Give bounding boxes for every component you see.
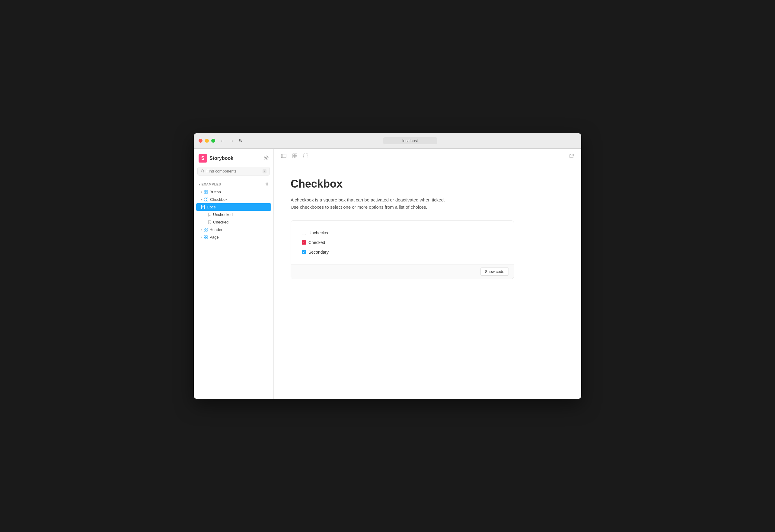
story-footer: Show code xyxy=(291,264,514,279)
svg-rect-27 xyxy=(295,156,297,158)
reload-button[interactable]: ↻ xyxy=(237,138,244,144)
storybook-logo-text: Storybook xyxy=(209,156,233,161)
svg-rect-14 xyxy=(204,228,205,230)
svg-rect-25 xyxy=(295,154,297,156)
browser-nav: ← → ↻ xyxy=(219,138,244,144)
grid-toggle-icon xyxy=(292,154,297,158)
checked-label: Checked xyxy=(213,220,228,224)
grid-icon xyxy=(204,190,208,194)
checkbox-grid-icon xyxy=(204,198,208,201)
section-chevron: ▾ xyxy=(198,183,200,186)
story-card: Unchecked ✓ Checked ✓ xyxy=(291,220,514,279)
page-title: Checkbox xyxy=(291,178,564,190)
svg-rect-18 xyxy=(204,236,205,237)
settings-button[interactable] xyxy=(264,155,268,161)
checkbox-unchecked[interactable] xyxy=(302,231,306,235)
header-grid-icon xyxy=(204,228,208,232)
unchecked-checkbox-label: Unchecked xyxy=(308,230,329,235)
main-content: Checkbox A checkbox is a square box that… xyxy=(274,163,581,399)
sidebar-item-header[interactable]: › Header xyxy=(194,226,273,233)
svg-rect-5 xyxy=(206,192,208,194)
story-preview: Unchecked ✓ Checked ✓ xyxy=(291,221,514,264)
button-label: Button xyxy=(209,190,221,194)
chevron-right-icon: › xyxy=(201,190,202,194)
sidebar-item-page[interactable]: › Page xyxy=(194,233,273,241)
svg-rect-20 xyxy=(204,238,205,239)
traffic-lights xyxy=(198,139,215,143)
checkmark-icon: ✓ xyxy=(303,241,305,244)
svg-rect-22 xyxy=(281,154,286,158)
story-bookmark-icon xyxy=(208,213,211,217)
url-bar xyxy=(244,137,577,144)
sidebar-item-docs[interactable]: Docs xyxy=(196,203,271,211)
back-button[interactable]: ← xyxy=(219,138,226,144)
right-panel: Checkbox A checkbox is a square box that… xyxy=(274,149,581,399)
gear-icon xyxy=(264,155,268,160)
svg-rect-9 xyxy=(207,200,208,201)
unchecked-label: Unchecked xyxy=(213,212,233,217)
header-chevron-icon: › xyxy=(201,228,202,231)
examples-section-label: ▾ EXAMPLES ⇅ xyxy=(194,180,273,188)
sidebar: S Storybook / xyxy=(194,149,274,399)
svg-point-0 xyxy=(265,157,267,159)
forward-button[interactable]: → xyxy=(228,138,235,144)
search-shortcut: / xyxy=(262,169,266,173)
checkbox-row-checked: ✓ Checked xyxy=(302,240,503,245)
sidebar-toggle-icon xyxy=(281,154,286,158)
svg-rect-2 xyxy=(204,190,205,192)
svg-rect-19 xyxy=(206,236,208,237)
docs-label: Docs xyxy=(207,205,216,209)
search-input[interactable] xyxy=(206,169,261,173)
checkmark-2-icon: ✓ xyxy=(303,251,305,254)
chevron-down-icon: ▾ xyxy=(201,198,202,201)
svg-rect-26 xyxy=(293,156,294,158)
sidebar-item-unchecked[interactable]: Unchecked xyxy=(194,211,273,218)
page-grid-icon xyxy=(204,235,208,239)
app-body: S Storybook / xyxy=(194,149,581,399)
sidebar-toggle-button[interactable] xyxy=(278,152,289,160)
logo-area: S Storybook xyxy=(198,154,233,163)
show-code-button[interactable]: Show code xyxy=(481,268,509,276)
docs-icon xyxy=(201,205,205,209)
story-bookmark-2-icon xyxy=(208,220,211,224)
outline-icon xyxy=(303,154,308,158)
sort-icon: ⇅ xyxy=(265,182,268,186)
minimize-button[interactable] xyxy=(205,139,209,143)
page-description: A checkbox is a square box that can be a… xyxy=(291,196,564,211)
toolbar xyxy=(274,149,581,163)
sidebar-item-checkbox[interactable]: ▾ Checkbox xyxy=(194,196,273,203)
sidebar-item-button[interactable]: › Button xyxy=(194,188,273,196)
external-link-icon xyxy=(569,154,574,158)
checkbox-row-secondary: ✓ Secondary xyxy=(302,250,503,255)
sidebar-item-checked[interactable]: Checked xyxy=(194,218,273,226)
checkbox-checked[interactable]: ✓ xyxy=(302,240,306,245)
svg-rect-3 xyxy=(206,190,208,192)
svg-rect-7 xyxy=(207,198,208,199)
checkbox-secondary[interactable]: ✓ xyxy=(302,250,306,254)
grid-toggle-button[interactable] xyxy=(290,152,300,160)
checkbox-label: Checkbox xyxy=(210,197,227,202)
page-chevron-icon: › xyxy=(201,236,202,239)
titlebar: ← → ↻ xyxy=(194,133,581,149)
search-bar[interactable]: / xyxy=(197,167,270,176)
svg-rect-17 xyxy=(206,230,208,232)
svg-rect-4 xyxy=(204,192,205,194)
header-label: Header xyxy=(209,227,222,232)
checked-checkbox-label: Checked xyxy=(308,240,325,245)
svg-rect-21 xyxy=(206,238,208,239)
external-link-button[interactable] xyxy=(567,152,577,160)
svg-rect-6 xyxy=(205,198,206,199)
secondary-checkbox-label: Secondary xyxy=(308,250,329,255)
storybook-logo-icon: S xyxy=(198,154,207,163)
svg-rect-8 xyxy=(205,200,206,201)
svg-rect-28 xyxy=(303,154,308,158)
url-input[interactable] xyxy=(383,137,437,144)
maximize-button[interactable] xyxy=(211,139,215,143)
sidebar-header: S Storybook xyxy=(194,149,273,167)
svg-rect-24 xyxy=(293,154,294,156)
browser-window: ← → ↻ S Storybook xyxy=(194,133,581,399)
svg-rect-15 xyxy=(206,228,208,230)
close-button[interactable] xyxy=(198,139,202,143)
outline-toggle-button[interactable] xyxy=(301,152,310,160)
description-line-1: A checkbox is a square box that can be a… xyxy=(291,196,564,204)
